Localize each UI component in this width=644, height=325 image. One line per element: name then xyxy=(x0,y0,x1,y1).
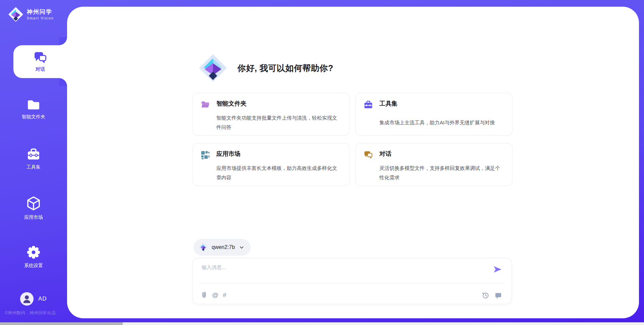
paperclip-icon[interactable] xyxy=(200,291,208,299)
card-desc: 灵活切换多模型文件，支持多样回复效果调试，满足个性化需求 xyxy=(379,164,504,186)
composer: @ # xyxy=(193,258,512,304)
sidebar-item-app-market[interactable]: 应用市场 xyxy=(0,196,67,220)
model-name: qwen2:7b xyxy=(212,244,235,250)
send-button[interactable] xyxy=(493,265,502,274)
main-panel: 你好, 我可以如何帮助你? 智能文件夹 智能文件夹功能支持批量文件上传与清洗，轻… xyxy=(67,7,639,318)
card-desc: 应用市场提供丰富长文本模板，助力高效生成多样化文章内容 xyxy=(216,164,341,186)
composer-divider xyxy=(200,283,505,283)
card-title: 应用市场 xyxy=(216,150,341,161)
mention-icon[interactable]: @ xyxy=(212,291,218,299)
sidebar-item-label: 智能文件夹 xyxy=(22,114,45,120)
greeting-gem-icon xyxy=(199,54,227,82)
grid-mosaic-icon xyxy=(201,150,216,186)
brand-gem-icon xyxy=(8,7,23,22)
card-smart-folder[interactable]: 智能文件夹 智能文件夹功能支持批量文件上传与清洗，轻松实现文件问答 xyxy=(193,93,350,136)
card-title: 智能文件夹 xyxy=(216,100,341,111)
avatar xyxy=(20,292,34,306)
copyright: ©神州数码 · 神州问学出品 xyxy=(5,310,56,316)
user-chip[interactable]: AD xyxy=(20,292,47,306)
user-initials: AD xyxy=(38,296,47,302)
sidebar-item-toolset[interactable]: 工具集 xyxy=(0,148,67,170)
gear-icon xyxy=(26,245,41,259)
feature-cards: 智能文件夹 智能文件夹功能支持批量文件上传与清洗，轻松实现文件问答 工具集 集成… xyxy=(193,93,513,186)
model-selector[interactable]: qwen2:7b xyxy=(194,239,251,256)
card-title: 工具集 xyxy=(379,100,504,116)
card-desc: 集成市场上主流工具，助力AI与外界无缝扩展与对接 xyxy=(379,118,504,136)
briefcase-icon xyxy=(27,148,40,161)
card-desc: 智能文件夹功能支持批量文件上传与清洗，轻松实现文件问答 xyxy=(216,113,341,136)
hash-icon[interactable]: # xyxy=(223,291,226,299)
sidebar: 神州问学 Smart Vision 对话 智能文件夹 xyxy=(0,0,67,325)
chat-bubbles-icon xyxy=(34,51,47,64)
sidebar-item-label: 系统设置 xyxy=(24,263,43,269)
card-title: 对话 xyxy=(379,150,504,161)
send-plane-icon xyxy=(493,265,502,274)
sidebar-item-chat[interactable]: 对话 xyxy=(13,45,67,78)
sidebar-item-label: 工具集 xyxy=(26,164,41,170)
sidebar-item-smart-folder[interactable]: 智能文件夹 xyxy=(0,99,67,120)
greeting-title: 你好, 我可以如何帮助你? xyxy=(237,63,333,74)
card-app-market[interactable]: 应用市场 应用市场提供丰富长文本模板，助力高效生成多样化文章内容 xyxy=(193,143,350,186)
card-toolset[interactable]: 工具集 集成市场上主流工具，助力AI与外界无缝扩展与对接 xyxy=(356,93,513,136)
cube-icon xyxy=(26,196,41,211)
history-icon[interactable] xyxy=(482,291,489,299)
folder-open-icon xyxy=(201,100,216,135)
message-input[interactable] xyxy=(201,264,477,280)
model-gem-icon xyxy=(199,243,208,252)
chevron-down-icon xyxy=(239,245,245,250)
comment-icon[interactable] xyxy=(494,292,502,299)
greeting: 你好, 我可以如何帮助你? xyxy=(199,54,333,82)
sidebar-item-label: 对话 xyxy=(36,66,45,72)
app-background: { "brand": { "name": "神州问学", "subtitle":… xyxy=(0,0,644,325)
chat-bubbles-icon xyxy=(364,150,379,186)
tab-fillet-bottom xyxy=(59,78,67,86)
card-chat[interactable]: 对话 灵活切换多模型文件，支持多样回复效果调试，满足个性化需求 xyxy=(356,143,513,186)
horizontal-scrollbar-thumb[interactable] xyxy=(0,322,123,325)
briefcase-icon xyxy=(364,100,379,135)
brand-name: 神州问学 xyxy=(27,9,54,15)
brand-subtitle: Smart Vision xyxy=(27,16,54,20)
horizontal-scrollbar-track xyxy=(0,322,644,325)
sidebar-item-label: 应用市场 xyxy=(24,214,43,220)
brand: 神州问学 Smart Vision xyxy=(8,7,54,22)
tab-fillet-top xyxy=(59,37,67,45)
folder-icon xyxy=(27,99,40,111)
sidebar-item-settings[interactable]: 系统设置 xyxy=(0,245,67,269)
